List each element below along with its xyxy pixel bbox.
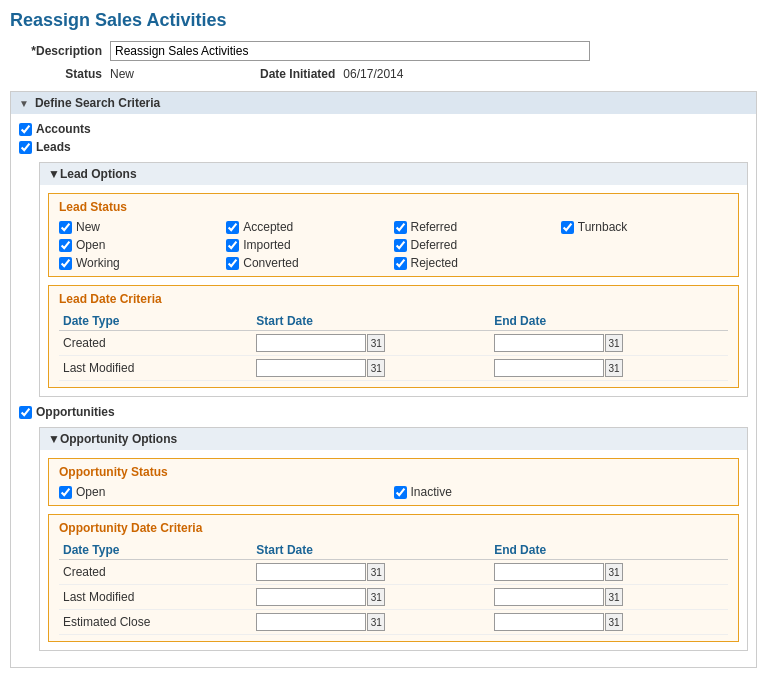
lead-options-section: ▼ Lead Options Lead Status New Accepted xyxy=(39,162,748,397)
opp-created-start-input[interactable] xyxy=(256,563,366,581)
opportunity-status-box: Opportunity Status Open Inactive xyxy=(48,458,739,506)
lead-status-rejected-label: Rejected xyxy=(411,256,458,270)
lead-options-arrow-icon: ▼ xyxy=(48,167,60,181)
opportunity-options-header[interactable]: ▼ Opportunity Options xyxy=(40,428,747,450)
list-item: Turnback xyxy=(561,220,728,234)
calendar-icon[interactable]: 31 xyxy=(367,613,385,631)
opp-lastmodified-label: Last Modified xyxy=(59,585,252,610)
calendar-icon[interactable]: 31 xyxy=(605,359,623,377)
calendar-icon[interactable]: 31 xyxy=(605,588,623,606)
opportunities-label: Opportunities xyxy=(36,405,115,419)
lead-status-grid: New Accepted Referred Turnback xyxy=(59,220,728,270)
leads-label: Leads xyxy=(36,140,71,154)
opp-status-open-checkbox[interactable] xyxy=(59,486,72,499)
opp-col-end-date: End Date xyxy=(490,541,728,560)
calendar-icon[interactable]: 31 xyxy=(367,359,385,377)
lead-status-converted-label: Converted xyxy=(243,256,298,270)
lead-status-new-checkbox[interactable] xyxy=(59,221,72,234)
list-item: Open xyxy=(59,485,394,499)
list-item: Converted xyxy=(226,256,393,270)
opp-lastmod-start-wrap: 31 xyxy=(256,588,486,606)
opp-lastmod-end-wrap: 31 xyxy=(494,588,724,606)
list-item: Open xyxy=(59,238,226,252)
list-item: New xyxy=(59,220,226,234)
date-initiated-value: 06/17/2014 xyxy=(343,67,403,81)
calendar-icon[interactable]: 31 xyxy=(367,334,385,352)
page-title: Reassign Sales Activities xyxy=(10,10,757,31)
opportunity-options-section: ▼ Opportunity Options Opportunity Status… xyxy=(39,427,748,651)
opp-created-end-wrap: 31 xyxy=(494,563,724,581)
lead-lastmod-end-input[interactable] xyxy=(494,359,604,377)
opportunity-status-grid: Open Inactive xyxy=(59,485,728,499)
lead-lastmod-start-input[interactable] xyxy=(256,359,366,377)
lead-created-label: Created xyxy=(59,331,252,356)
lead-status-referred-label: Referred xyxy=(411,220,458,234)
opp-estclose-end-input[interactable] xyxy=(494,613,604,631)
opp-lastmod-start-input[interactable] xyxy=(256,588,366,606)
lead-status-imported-checkbox[interactable] xyxy=(226,239,239,252)
lead-status-deferred-checkbox[interactable] xyxy=(394,239,407,252)
calendar-icon[interactable]: 31 xyxy=(605,334,623,352)
section-arrow-icon: ▼ xyxy=(19,98,29,109)
opp-lastmod-end-input[interactable] xyxy=(494,588,604,606)
list-item: Deferred xyxy=(394,238,561,252)
calendar-icon[interactable]: 31 xyxy=(367,588,385,606)
lead-options-header[interactable]: ▼ Lead Options xyxy=(40,163,747,185)
lead-status-working-checkbox[interactable] xyxy=(59,257,72,270)
opp-status-inactive-checkbox[interactable] xyxy=(394,486,407,499)
lead-date-criteria-box: Lead Date Criteria Date Type Start Date … xyxy=(48,285,739,388)
opp-created-start-wrap: 31 xyxy=(256,563,486,581)
lead-status-title: Lead Status xyxy=(59,200,728,214)
status-value: New xyxy=(110,67,260,81)
list-item: Inactive xyxy=(394,485,729,499)
calendar-icon[interactable]: 31 xyxy=(367,563,385,581)
lead-status-referred-checkbox[interactable] xyxy=(394,221,407,234)
list-item: Referred xyxy=(394,220,561,234)
lead-options-content: Lead Status New Accepted Referred xyxy=(40,185,747,396)
lead-created-end-wrap: 31 xyxy=(494,334,724,352)
opp-estimatedclose-label: Estimated Close xyxy=(59,610,252,635)
lead-status-turnback-checkbox[interactable] xyxy=(561,221,574,234)
opportunities-checkbox[interactable] xyxy=(19,406,32,419)
lead-status-converted-checkbox[interactable] xyxy=(226,257,239,270)
opp-created-end-input[interactable] xyxy=(494,563,604,581)
lead-col-date-type: Date Type xyxy=(59,312,252,331)
lead-status-box: Lead Status New Accepted Referred xyxy=(48,193,739,277)
opp-estclose-start-input[interactable] xyxy=(256,613,366,631)
lead-status-open-label: Open xyxy=(76,238,105,252)
opportunities-row: Opportunities xyxy=(19,405,748,419)
lead-options-label: Lead Options xyxy=(60,167,137,181)
accounts-checkbox[interactable] xyxy=(19,123,32,136)
opportunity-date-criteria-title: Opportunity Date Criteria xyxy=(59,521,728,535)
description-input[interactable] xyxy=(110,41,590,61)
define-search-criteria-header[interactable]: ▼ Define Search Criteria xyxy=(11,92,756,114)
lead-status-rejected-checkbox[interactable] xyxy=(394,257,407,270)
leads-row: Leads xyxy=(19,140,748,154)
lead-status-accepted-checkbox[interactable] xyxy=(226,221,239,234)
list-item: Working xyxy=(59,256,226,270)
table-row: Last Modified 31 xyxy=(59,356,728,381)
lead-created-start-input[interactable] xyxy=(256,334,366,352)
lead-lastmod-end-wrap: 31 xyxy=(494,359,724,377)
opp-col-start-date: Start Date xyxy=(252,541,490,560)
status-label: Status xyxy=(10,67,110,81)
table-row: Created 31 xyxy=(59,560,728,585)
define-search-criteria-section: ▼ Define Search Criteria Accounts Leads … xyxy=(10,91,757,668)
define-search-criteria-content: Accounts Leads ▼ Lead Options Lead Statu… xyxy=(11,114,756,667)
lead-created-end-input[interactable] xyxy=(494,334,604,352)
opp-estclose-end-wrap: 31 xyxy=(494,613,724,631)
lead-lastmod-start-wrap: 31 xyxy=(256,359,486,377)
list-item: Rejected xyxy=(394,256,561,270)
lead-status-working-label: Working xyxy=(76,256,120,270)
lead-date-criteria-title: Lead Date Criteria xyxy=(59,292,728,306)
lead-date-table: Date Type Start Date End Date Created xyxy=(59,312,728,381)
calendar-icon[interactable]: 31 xyxy=(605,563,623,581)
lead-status-imported-label: Imported xyxy=(243,238,290,252)
calendar-icon[interactable]: 31 xyxy=(605,613,623,631)
lead-status-open-checkbox[interactable] xyxy=(59,239,72,252)
lead-col-start-date: Start Date xyxy=(252,312,490,331)
date-initiated-label: Date Initiated xyxy=(260,67,335,81)
accounts-label: Accounts xyxy=(36,122,91,136)
leads-checkbox[interactable] xyxy=(19,141,32,154)
table-row: Last Modified 31 xyxy=(59,585,728,610)
